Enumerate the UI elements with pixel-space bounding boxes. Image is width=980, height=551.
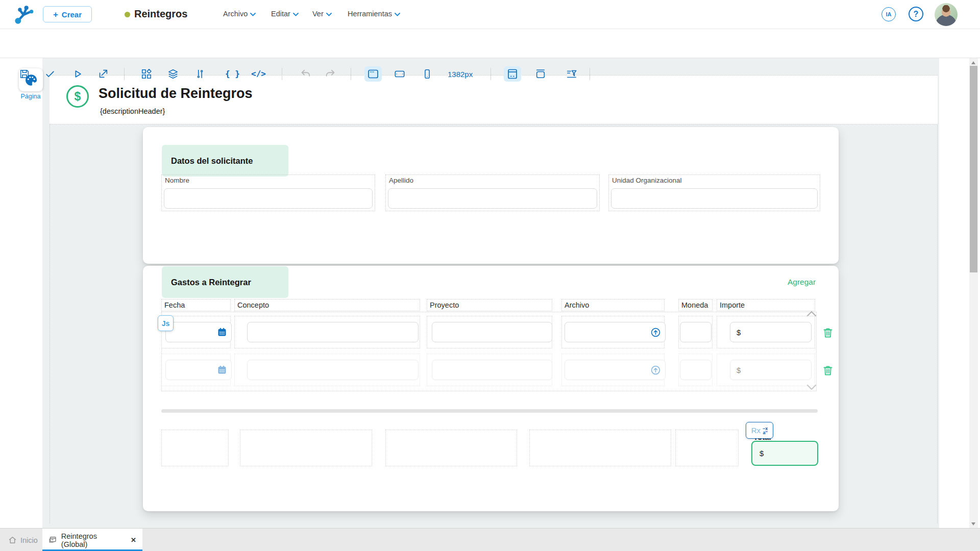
concepto-input-box (247, 360, 419, 380)
concepto-input[interactable] (252, 322, 414, 342)
run-button[interactable] (72, 68, 83, 80)
field-apellido-input[interactable] (388, 188, 597, 209)
device-tablet-button[interactable] (394, 68, 405, 80)
menu-ver[interactable]: Ver (312, 10, 332, 18)
menu-editar[interactable]: Editar (271, 10, 299, 18)
archivo-input[interactable] (569, 360, 647, 380)
redo-button[interactable] (325, 68, 336, 80)
validate-button[interactable] (44, 68, 56, 80)
archivo-input[interactable] (569, 322, 647, 342)
menu-archivo-label: Archivo (223, 10, 248, 18)
form-document-icon (48, 536, 57, 544)
blocks-icon (141, 68, 152, 80)
undo-button[interactable] (300, 68, 311, 80)
moneda-input[interactable] (684, 360, 707, 380)
container-button[interactable] (535, 68, 546, 80)
fecha-input[interactable] (170, 360, 214, 380)
form-header-region[interactable]: $ Solicitud de Reintegros {descriptionHe… (50, 75, 938, 124)
topbar: + Crear Reintegros Archivo Editar Ver He… (0, 0, 980, 29)
tablet-icon (394, 68, 405, 80)
code-icon[interactable]: </> (251, 69, 266, 79)
home-icon (8, 536, 17, 544)
currency-symbol: $ (734, 328, 741, 337)
applicant-card: Datos del solicitante Nombre Apellido Un… (143, 127, 839, 264)
page-tab-label[interactable]: Página (12, 93, 49, 100)
field-apellido: Apellido (385, 174, 600, 211)
column-header-archivo: Archivo (561, 299, 665, 311)
help-button[interactable]: ? (909, 7, 923, 21)
importe-input-box: $ (730, 360, 812, 380)
trash-icon (822, 326, 834, 339)
ia-icon: IA (886, 11, 892, 17)
menu-editar-label: Editar (271, 10, 290, 18)
publish-button[interactable] (97, 68, 109, 80)
rx-expression-badge[interactable]: Rx −x a″ (746, 422, 773, 439)
close-tab-icon[interactable]: ✕ (131, 536, 136, 544)
column-header-proyecto: Proyecto (427, 299, 552, 311)
form-layout-button[interactable] (504, 66, 521, 82)
archivo-input-box (565, 322, 666, 342)
scroll-up-arrow-icon[interactable] (971, 60, 976, 65)
question-icon: ? (914, 10, 919, 19)
scroll-down-arrow-icon[interactable] (971, 521, 976, 527)
proyecto-input-box (432, 322, 552, 342)
toolbar-divider (351, 68, 351, 80)
save-button[interactable] (19, 68, 30, 80)
column-header-fecha: Fecha (161, 299, 231, 311)
moneda-input[interactable] (684, 322, 707, 342)
export-icon (97, 68, 109, 80)
ai-assistant-button[interactable]: IA (881, 7, 896, 21)
expenses-section-title[interactable]: Gastos a Reintegrar (162, 266, 288, 298)
fecha-input[interactable] (170, 322, 214, 342)
moneda-input-box (680, 322, 712, 342)
device-mobile-button[interactable] (422, 68, 433, 80)
importe-input[interactable] (744, 360, 807, 380)
menu-archivo[interactable]: Archivo (223, 10, 256, 18)
field-unidad-input[interactable] (611, 188, 818, 209)
total-input[interactable] (764, 448, 812, 459)
vertical-scrollbar[interactable] (969, 58, 978, 529)
upload-icon[interactable] (650, 365, 661, 375)
rx-badge-label: Rx (751, 426, 761, 435)
user-avatar[interactable] (935, 3, 958, 26)
js-event-badge[interactable]: Js (158, 315, 174, 331)
expression-icon-bottom: a″ (763, 431, 768, 435)
menu-herramientas-label: Herramientas (348, 10, 392, 18)
field-apellido-label: Apellido (389, 177, 413, 184)
add-row-link[interactable]: Agregar (788, 278, 816, 287)
expression-icon: −x a″ (763, 427, 768, 435)
tab-reintegros-global[interactable]: Reintegros (Global) ✕ (42, 529, 142, 551)
device-desktop-button[interactable] (364, 66, 382, 82)
importe-input[interactable] (744, 322, 807, 342)
field-nombre-input[interactable] (164, 188, 373, 209)
total-placeholder-cell (240, 430, 372, 466)
applicant-section-title[interactable]: Datos del solicitante (162, 145, 288, 177)
upload-icon[interactable] (650, 327, 661, 338)
calendar-icon[interactable] (217, 327, 227, 337)
delete-row-button[interactable] (822, 326, 834, 339)
trash-icon (822, 364, 834, 377)
scrollbar-thumb[interactable] (970, 66, 977, 272)
chevron-down-icon (250, 13, 256, 16)
braces-icon[interactable]: { } (225, 69, 240, 79)
tab-home-label: Inicio (20, 536, 38, 544)
plus-icon: + (53, 10, 58, 19)
layers-button[interactable] (167, 68, 179, 80)
fecha-input-box (165, 322, 232, 342)
concepto-input[interactable] (252, 360, 414, 380)
components-button[interactable] (141, 68, 152, 80)
delete-row-button[interactable] (822, 364, 834, 377)
connections-button[interactable] (194, 68, 206, 80)
js-badge-label: Js (162, 319, 170, 328)
design-canvas: Página $ Solicitud de Reintegros {descri… (0, 58, 980, 528)
create-button[interactable]: + Crear (43, 6, 92, 22)
app-logo-icon[interactable] (13, 5, 36, 25)
menu-herramientas[interactable]: Herramientas (348, 10, 400, 18)
tab-home[interactable]: Inicio (8, 529, 38, 551)
flow-pins-icon (194, 68, 206, 80)
section-button[interactable] (566, 68, 577, 80)
calendar-icon[interactable] (217, 365, 227, 375)
proyecto-input[interactable] (436, 322, 548, 342)
panel-icon (506, 68, 519, 80)
proyecto-input[interactable] (436, 360, 548, 380)
